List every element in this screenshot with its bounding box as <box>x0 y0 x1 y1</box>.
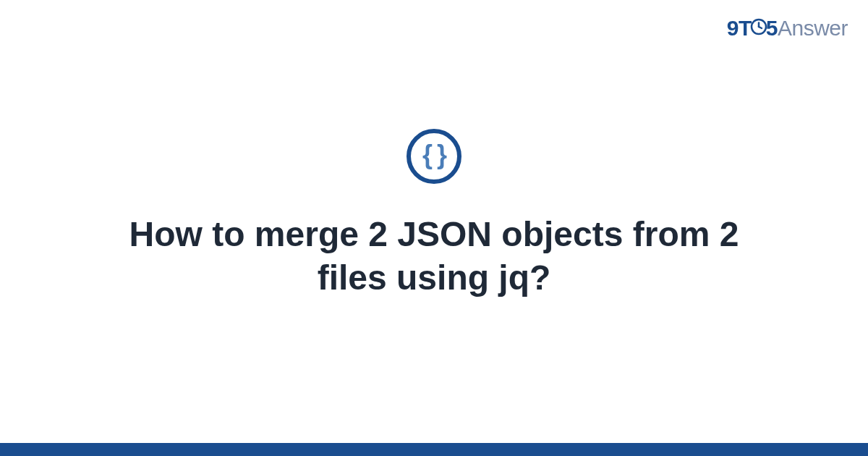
site-logo: 9T5Answer <box>727 16 848 42</box>
main-content: { } How to merge 2 JSON objects from 2 f… <box>0 129 868 300</box>
logo-text-answer: Answer <box>778 16 848 40</box>
logo-text-9: 9 <box>727 16 739 40</box>
footer-bar <box>0 443 868 456</box>
svg-line-2 <box>759 27 762 28</box>
clock-icon <box>750 16 767 41</box>
topic-icon-circle: { } <box>407 129 461 184</box>
page-title: How to merge 2 JSON objects from 2 files… <box>109 213 760 300</box>
logo-text-5: 5 <box>766 16 778 40</box>
json-braces-icon: { } <box>422 142 446 168</box>
